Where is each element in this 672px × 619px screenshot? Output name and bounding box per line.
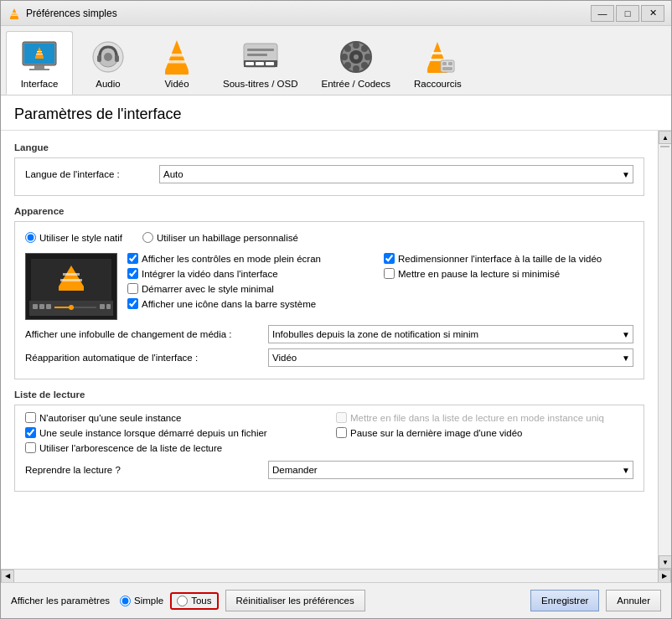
- scroll-left-button[interactable]: ◀: [1, 570, 14, 583]
- radio-custom[interactable]: [142, 232, 153, 243]
- radio-simple[interactable]: [120, 596, 131, 606]
- svg-rect-19: [170, 54, 184, 57]
- scroll-down-button[interactable]: ▼: [659, 555, 671, 569]
- scroll-up-button[interactable]: ▲: [659, 131, 671, 144]
- input-icon: [336, 37, 376, 77]
- svg-rect-45: [448, 62, 452, 65]
- nav-video-label: Vidéo: [164, 79, 189, 89]
- cb6-text: Mettre en pause la lecture si minimisé: [398, 269, 560, 279]
- nav-shortcuts[interactable]: Raccourcis: [403, 31, 473, 95]
- horizontal-scrollbar[interactable]: ◀ ▶: [1, 569, 671, 582]
- afficher-label: Afficher les paramètres: [11, 596, 110, 606]
- reprendre-dropdown[interactable]: Demander: [268, 461, 633, 479]
- cb-one-instance-file[interactable]: [25, 427, 36, 438]
- ll-right: Mettre en file dans la liste de lecture …: [336, 412, 633, 457]
- vertical-scrollbar[interactable]: ▲ ▼: [658, 131, 671, 569]
- svg-point-31: [353, 42, 359, 49]
- cb-single-instance[interactable]: [25, 412, 36, 423]
- cb-pause-minimized[interactable]: [384, 268, 395, 279]
- nav-audio[interactable]: Audio: [75, 31, 142, 95]
- preview-content: Afficher les contrôles en mode plein écr…: [25, 253, 633, 320]
- cb-fullscreen-controls[interactable]: [127, 253, 138, 264]
- nav-subtitles[interactable]: Sous-titres / OSD: [212, 31, 308, 95]
- cb4-label[interactable]: Afficher une icône dans la barre système: [127, 298, 377, 309]
- svg-rect-60: [100, 304, 105, 309]
- annuler-button[interactable]: Annuler: [606, 590, 661, 611]
- enregistrer-button[interactable]: Enregistrer: [530, 590, 599, 611]
- nav-interface[interactable]: Interface: [6, 31, 73, 95]
- reapparition-dropdown[interactable]: Vidéo: [268, 348, 633, 367]
- infobulle-dropdown[interactable]: Infobulles depuis la zone de notificatio…: [268, 325, 633, 343]
- reinitialiser-button[interactable]: Réinitialiser les préférences: [225, 590, 365, 611]
- cb5-text: Redimensionner l'interface à la taille d…: [398, 254, 602, 264]
- cb-enqueue-instance: [336, 412, 347, 423]
- cb-tree-playlist[interactable]: [25, 442, 36, 453]
- nav-input[interactable]: Entrée / Codecs: [310, 31, 401, 95]
- cb-minimal-style[interactable]: [127, 283, 138, 294]
- language-label: Langue de l'interface :: [25, 169, 159, 179]
- svg-point-36: [361, 62, 368, 69]
- shortcuts-icon: [417, 37, 457, 77]
- video-icon: [157, 37, 197, 77]
- title-bar: Préférences simples — □ ✕: [1, 1, 671, 26]
- cb2-label[interactable]: Intégrer la vidéo dans l'interface: [127, 268, 377, 279]
- svg-rect-16: [115, 55, 119, 62]
- main-window: Préférences simples — □ ✕: [0, 0, 672, 619]
- liste-lecture-section: Liste de lecture N'autoriser qu'une seul…: [14, 389, 644, 492]
- ll-checkboxes-container: N'autoriser qu'une seule instance Une se…: [25, 412, 633, 457]
- cb-tray-icon[interactable]: [127, 298, 138, 309]
- subtitles-icon: [240, 37, 281, 77]
- radio-simple-label[interactable]: Simple: [120, 596, 163, 606]
- svg-rect-51: [63, 273, 80, 276]
- close-button[interactable]: ✕: [641, 5, 664, 22]
- radio-tous[interactable]: [177, 596, 188, 606]
- svg-rect-10: [37, 51, 42, 52]
- checkboxes-area: Afficher les contrôles en mode plein écr…: [127, 253, 633, 313]
- svg-rect-3: [12, 14, 18, 16]
- cb3-label[interactable]: Démarrer avec le style minimal: [127, 283, 377, 294]
- scroll-right-button[interactable]: ▶: [658, 570, 671, 583]
- ll3-label[interactable]: Utiliser l'arborescence de la liste de l…: [25, 442, 323, 453]
- radio-native-label[interactable]: Utiliser le style natif: [25, 232, 122, 243]
- ll5-label[interactable]: Pause sur la dernière image d'une vidéo: [336, 427, 633, 438]
- svg-point-35: [344, 45, 351, 52]
- scroll-thumb[interactable]: [660, 146, 669, 147]
- radio-tous-label[interactable]: Tous: [177, 596, 211, 606]
- cb-embed-video[interactable]: [127, 268, 138, 279]
- radio-native[interactable]: [25, 232, 36, 243]
- cb6-label[interactable]: Mettre en pause la lecture si minimisé: [384, 268, 633, 279]
- radio-custom-text: Utiliser un habillage personnalisé: [157, 233, 298, 243]
- nav-interface-label: Interface: [21, 79, 59, 89]
- svg-rect-6: [34, 65, 44, 69]
- svg-rect-23: [246, 62, 254, 65]
- radio-custom-label[interactable]: Utiliser un habillage personnalisé: [142, 232, 298, 243]
- svg-rect-20: [168, 60, 186, 64]
- svg-rect-54: [33, 304, 38, 309]
- window-controls: — □ ✕: [591, 5, 664, 22]
- audio-icon: [88, 37, 128, 77]
- ll4-label: Mettre en file dans la liste de lecture …: [336, 412, 633, 423]
- ll2-label[interactable]: Une seule instance lorsque démarré depui…: [25, 427, 323, 438]
- radio-tous-text: Tous: [191, 596, 211, 606]
- svg-point-37: [344, 62, 351, 69]
- cb5-label[interactable]: Redimensionner l'interface à la taille d…: [384, 253, 633, 264]
- ll1-label[interactable]: N'autoriser qu'une seule instance: [25, 412, 323, 423]
- svg-rect-25: [266, 62, 274, 65]
- svg-point-33: [341, 54, 348, 60]
- maximize-button[interactable]: □: [616, 5, 639, 22]
- svg-rect-7: [29, 69, 49, 70]
- radio-tous-highlight: Tous: [170, 592, 218, 610]
- cb-pause-last-frame[interactable]: [336, 427, 347, 438]
- language-dropdown[interactable]: Auto: [159, 165, 633, 183]
- cb-resize-interface[interactable]: [384, 253, 395, 264]
- ll5-text: Pause sur la dernière image d'une vidéo: [350, 428, 523, 438]
- svg-rect-52: [60, 279, 82, 281]
- minimize-button[interactable]: —: [591, 5, 614, 22]
- cb1-label[interactable]: Afficher les contrôles en mode plein écr…: [127, 253, 377, 264]
- nav-video[interactable]: Vidéo: [143, 31, 210, 95]
- reapparition-label: Réapparition automatique de l'interface …: [25, 353, 268, 363]
- apparence-title: Apparence: [14, 206, 644, 216]
- cb3-text: Démarrer avec le style minimal: [142, 284, 274, 294]
- checkboxes-left: Afficher les contrôles en mode plein écr…: [127, 253, 377, 313]
- svg-point-34: [364, 54, 371, 60]
